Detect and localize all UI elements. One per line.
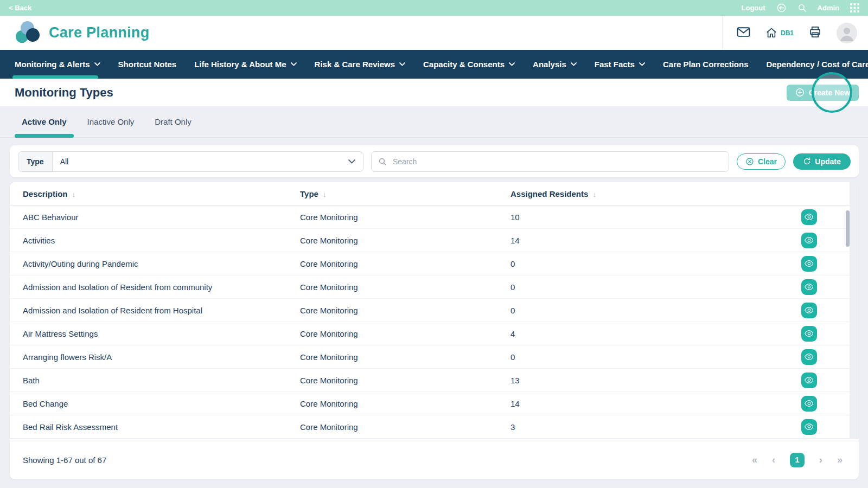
cell-actions <box>795 233 817 248</box>
home-db-button[interactable]: DB1 <box>765 27 794 38</box>
sort-arrow-icon: ↓ <box>72 190 76 198</box>
back-button[interactable]: < Back <box>9 4 31 12</box>
header-actions: DB1 <box>722 16 857 50</box>
clear-button[interactable]: Clear <box>737 153 786 170</box>
next-page-button[interactable]: › <box>819 455 822 465</box>
table-footer: Showing 1-67 out of 67 «‹1›» <box>10 439 859 480</box>
column-header-label: Type <box>300 189 318 198</box>
cell-type: Core Monitoring <box>300 282 510 292</box>
eye-icon <box>805 330 814 337</box>
tab-inactive-only[interactable]: Inactive Only <box>87 106 135 137</box>
table-row: BathCore Monitoring13 <box>10 369 859 392</box>
cell-actions <box>795 279 817 295</box>
update-button[interactable]: Update <box>793 153 851 170</box>
view-button[interactable] <box>801 209 817 225</box>
nav-item-label: Shortcut Notes <box>118 60 177 69</box>
eye-icon <box>805 213 814 221</box>
view-button[interactable] <box>801 233 817 248</box>
database-badge: DB1 <box>781 29 794 37</box>
filter-tabs: Active OnlyInactive OnlyDraft Only <box>0 106 868 138</box>
cell-description: Bed Change <box>23 399 300 408</box>
mail-icon[interactable] <box>737 27 750 40</box>
table-body: ABC BehaviourCore Monitoring10Activities… <box>10 206 859 439</box>
type-select-label: Type <box>18 152 53 171</box>
cell-description: Bath <box>23 376 300 385</box>
view-button[interactable] <box>801 396 817 412</box>
chevron-down-icon <box>399 62 405 66</box>
cell-description: Admission and Isolation of Resident from… <box>23 306 300 315</box>
nav-item-dependency-cost-of-care[interactable]: Dependency / Cost of Care <box>767 50 868 79</box>
nav-item-care-plan-corrections[interactable]: Care Plan Corrections <box>663 50 749 79</box>
view-button[interactable] <box>801 419 817 435</box>
logout-icon[interactable] <box>776 3 787 13</box>
tab-active-only[interactable]: Active Only <box>22 106 67 137</box>
eye-icon <box>805 306 814 314</box>
view-button[interactable] <box>801 349 817 365</box>
tab-label: Draft Only <box>155 117 192 126</box>
sort-arrow-icon: ↓ <box>592 190 596 198</box>
nav-item-risk-care-reviews[interactable]: Risk & Care Reviews <box>315 50 405 79</box>
first-page-button[interactable]: « <box>752 455 757 465</box>
table-row: Admission and Isolation of Resident from… <box>10 275 859 299</box>
nav-item-analysis[interactable]: Analysis <box>533 50 577 79</box>
cell-actions <box>795 373 817 388</box>
type-select-value: All <box>53 157 348 166</box>
current-page-button[interactable]: 1 <box>790 453 805 467</box>
type-select[interactable]: Type All <box>18 151 363 172</box>
search-icon <box>378 157 387 166</box>
table-row: ABC BehaviourCore Monitoring10 <box>10 206 859 229</box>
search-field <box>371 151 729 172</box>
system-top-bar-right: Logout Admin <box>742 3 860 13</box>
column-header-description[interactable]: Description↓ <box>23 189 300 198</box>
nav-item-label: Risk & Care Reviews <box>315 60 395 69</box>
table-row: Bed ChangeCore Monitoring14 <box>10 392 859 415</box>
table-row: Arranging flowers Risk/ACore Monitoring0 <box>10 345 859 369</box>
cell-assigned-residents: 4 <box>510 329 795 338</box>
system-top-bar: < Back Logout Admin <box>0 0 868 16</box>
eye-icon <box>805 353 814 361</box>
view-button[interactable] <box>801 373 817 388</box>
vertical-scrollbar-thumb[interactable] <box>846 210 850 247</box>
cell-assigned-residents: 0 <box>510 306 795 315</box>
create-new-button[interactable]: Create New <box>787 85 859 101</box>
cell-actions <box>795 326 817 342</box>
nav-item-life-history-about-me[interactable]: Life History & About Me <box>194 50 296 79</box>
clear-circle-x-icon <box>745 157 754 166</box>
apps-grid-icon[interactable] <box>850 3 859 12</box>
nav-item-monitoring-alerts[interactable]: Monitoring & Alerts <box>15 50 100 79</box>
cell-type: Core Monitoring <box>300 213 510 222</box>
chevron-down-icon <box>571 62 577 66</box>
chevron-down-icon <box>348 159 355 164</box>
logout-button[interactable]: Logout <box>742 4 765 12</box>
tab-draft-only[interactable]: Draft Only <box>155 106 192 137</box>
admin-menu[interactable]: Admin <box>818 4 839 12</box>
cell-actions <box>795 303 817 318</box>
last-page-button[interactable]: » <box>837 455 843 465</box>
previous-page-button[interactable]: ‹ <box>772 455 775 465</box>
nav-item-shortcut-notes[interactable]: Shortcut Notes <box>118 50 177 79</box>
app-root: < Back Logout Admin <box>0 0 868 488</box>
scrollbar-gutter <box>850 182 859 438</box>
print-icon[interactable] <box>809 26 821 40</box>
nav-item-capacity-consents[interactable]: Capacity & Consents <box>423 50 515 79</box>
cell-type: Core Monitoring <box>300 306 510 315</box>
table-row: Bed Rail Risk AssessmentCore Monitoring3 <box>10 415 859 439</box>
view-button[interactable] <box>801 256 817 272</box>
view-button[interactable] <box>801 303 817 318</box>
tab-label: Active Only <box>22 117 67 126</box>
cell-description: Bed Rail Risk Assessment <box>23 422 300 432</box>
cell-type: Core Monitoring <box>300 352 510 362</box>
column-header-assigned-residents[interactable]: Assigned Residents↓ <box>510 189 795 198</box>
user-avatar[interactable] <box>837 23 857 43</box>
nav-item-fast-facts[interactable]: Fast Facts <box>595 50 645 79</box>
eye-icon <box>805 236 814 244</box>
search-icon[interactable] <box>797 3 807 12</box>
search-input[interactable] <box>392 157 722 166</box>
tab-label: Inactive Only <box>87 117 135 126</box>
column-header-label: Assigned Residents <box>510 189 588 198</box>
view-button[interactable] <box>801 279 817 295</box>
view-button[interactable] <box>801 326 817 342</box>
column-header-type[interactable]: Type↓ <box>300 189 510 198</box>
cell-type: Core Monitoring <box>300 236 510 245</box>
cell-description: Arranging flowers Risk/A <box>23 352 300 362</box>
